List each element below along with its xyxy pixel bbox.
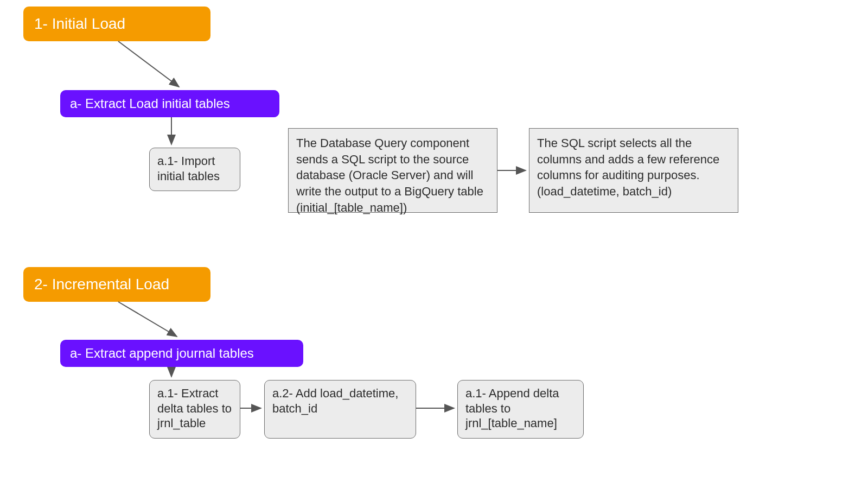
arrow-2-to-a xyxy=(118,302,177,337)
node-extract-append-journal: a- Extract append journal tables xyxy=(60,340,303,367)
node-import-initial-tables: a.1- Import initial tables xyxy=(149,148,240,191)
arrow-1-to-a xyxy=(118,41,179,87)
note-sql-script: The SQL script selects all the columns a… xyxy=(529,128,738,213)
node-extract-load-initial: a- Extract Load initial tables xyxy=(60,90,279,117)
node-add-load-datetime: a.2- Add load_datetime, batch_id xyxy=(264,380,416,439)
diagram-canvas: 1- Initial Load a- Extract Load initial … xyxy=(0,0,868,482)
node-initial-load: 1- Initial Load xyxy=(23,7,210,41)
node-append-delta: a.1- Append delta tables to jrnl_[table_… xyxy=(457,380,584,439)
node-extract-delta: a.1- Extract delta tables to jrnl_table xyxy=(149,380,240,439)
arrows-layer xyxy=(0,0,868,482)
note-db-query: The Database Query component sends a SQL… xyxy=(288,128,497,213)
node-incremental-load: 2- Incremental Load xyxy=(23,267,210,302)
